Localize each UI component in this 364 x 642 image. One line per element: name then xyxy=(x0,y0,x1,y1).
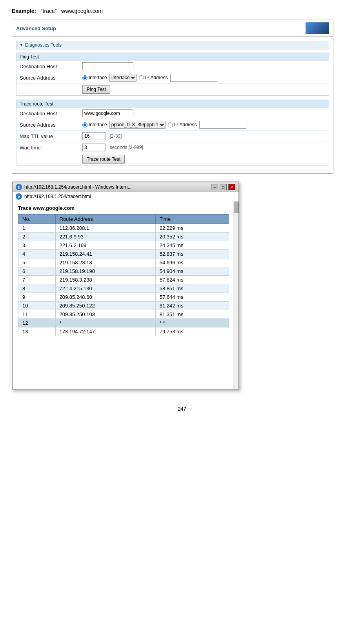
advanced-setup-panel: Advanced Setup Diagnostics Tools Ping Te… xyxy=(12,20,333,174)
trace-button-empty xyxy=(16,153,79,166)
trace-cell-time: 58.851 ms xyxy=(155,284,229,293)
ping-button-cell-empty xyxy=(16,84,79,96)
ping-ip-input[interactable] xyxy=(170,74,217,82)
trace-button-cell: Trace route Test xyxy=(79,153,329,166)
minimize-button[interactable]: – xyxy=(211,184,218,190)
trace-cell-time: 57.644 ms xyxy=(155,293,229,302)
trace-cell-time: 22.229 ms xyxy=(155,224,229,233)
trace-table-row: 10209.85.250.12281.242 ms xyxy=(18,302,229,310)
ping-test-section: Ping Test Destination Host Source Addres… xyxy=(16,53,329,96)
ping-test-button[interactable]: Ping Test xyxy=(82,85,110,94)
trace-table-row: 9209.85.248.6057.644 ms xyxy=(18,293,229,302)
trace-ttl-hint: [2-30] xyxy=(110,133,122,139)
ping-destination-cell xyxy=(79,61,329,72)
trace-ttl-label: Max TTL value xyxy=(16,131,79,142)
col-time: Time xyxy=(155,215,229,224)
trace-cell-address: * xyxy=(55,319,155,327)
trace-route-button[interactable]: Trace route Test xyxy=(82,155,125,164)
trace-waittime-cell: seconds [2-999] xyxy=(79,142,329,153)
trace-table-row: 3221.6.2.16924.345 ms xyxy=(18,241,229,250)
example-label: Example: xyxy=(12,8,36,14)
trace-cell-address: 219.158.23.18 xyxy=(55,258,155,267)
trace-waittime-input[interactable] xyxy=(82,144,106,151)
trace-cell-time: * * xyxy=(155,319,229,327)
ping-button-cell: Ping Test xyxy=(79,84,329,96)
trace-cell-address: 219.158.19.190 xyxy=(55,267,155,276)
ping-interface-select[interactable]: Interface xyxy=(109,74,136,82)
trace-button-row: Trace route Test xyxy=(16,153,329,166)
trace-cell-time: 81.351 ms xyxy=(155,310,229,319)
trace-table-header-row: No. Route Address Time xyxy=(18,215,229,224)
traceroute-section: Trace route Test Destination Host Source… xyxy=(16,100,329,166)
trace-content: Trace www.google.com No. Route Address T… xyxy=(13,201,238,340)
trace-source-label: Source Address xyxy=(16,119,79,131)
panel-header: Advanced Setup xyxy=(12,20,333,37)
trace-cell-no: 9 xyxy=(18,293,56,302)
panel-title: Advanced Setup xyxy=(16,25,56,31)
col-no: No. xyxy=(18,215,56,224)
trace-ttl-input[interactable] xyxy=(82,132,106,140)
col-route-address: Route Address xyxy=(55,215,155,224)
trace-cell-no: 6 xyxy=(18,267,56,276)
ping-source-radio-group: Interface Interface IP Address xyxy=(82,74,326,82)
trace-waittime-label: Wait time xyxy=(16,142,79,153)
trace-table-row: 11209.85.250.10381.351 ms xyxy=(18,310,229,319)
trace-table-row: 1112.86.208.122.229 ms xyxy=(18,224,229,233)
ping-destination-input[interactable] xyxy=(82,62,133,70)
browser-ie-icon: e xyxy=(16,184,22,190)
trace-cell-no: 10 xyxy=(18,302,56,310)
trace-cell-time: 24.345 ms xyxy=(155,241,229,250)
trace-cell-no: 7 xyxy=(18,276,56,284)
close-button[interactable]: × xyxy=(228,184,235,190)
trace-cell-no: 13 xyxy=(18,327,56,336)
trace-waittime-hint: seconds [2-999] xyxy=(110,145,143,150)
trace-cell-no: 4 xyxy=(18,250,56,258)
ping-interface-radio-label[interactable]: Interface xyxy=(82,75,107,80)
ping-ip-radio-label[interactable]: IP Address xyxy=(139,75,168,80)
trace-cell-no: 5 xyxy=(18,258,56,267)
trace-cell-no: 1 xyxy=(18,224,56,233)
trace-table-row: 4219.158.24.4152.837 ms xyxy=(18,250,229,258)
trace-destination-input[interactable] xyxy=(82,109,133,117)
example-trace-quote: “trace” xyxy=(41,8,56,14)
browser-address-icon: e xyxy=(16,193,22,200)
trace-cell-address: 209.85.248.60 xyxy=(55,293,155,302)
ping-ip-radio[interactable] xyxy=(139,75,144,80)
trace-ttl-cell: [2-30] xyxy=(79,131,329,142)
browser-addressbar: e http://192.168.1.254/tracert.html xyxy=(13,192,238,201)
traceroute-form-table: Destination Host Source Address Interfac… xyxy=(16,108,329,165)
example-url: www.google.com xyxy=(61,8,103,14)
trace-table-row: 6219.158.19.19054.904 ms xyxy=(18,267,229,276)
browser-scrollbar[interactable] xyxy=(233,201,238,389)
trace-waittime-row: Wait time seconds [2-999] xyxy=(16,142,329,153)
trace-ip-radio[interactable] xyxy=(168,122,173,127)
browser-window-controls: – □ × xyxy=(211,184,235,190)
trace-table-row: 2221.6.9.9320.352 ms xyxy=(18,233,229,241)
trace-cell-no: 11 xyxy=(18,310,56,319)
panel-icon xyxy=(306,22,329,34)
trace-cell-time: 81.242 ms xyxy=(155,302,229,310)
trace-interface-select[interactable]: pppoe_0_8_35/ppp0.1 xyxy=(109,121,166,129)
trace-result-header: Trace www.google.com xyxy=(18,205,229,211)
trace-cell-address: 112.86.208.1 xyxy=(55,224,155,233)
ping-test-title: Ping Test xyxy=(16,53,329,61)
trace-interface-radio-label[interactable]: Interface xyxy=(82,122,107,127)
trace-cell-address: 221.6.2.169 xyxy=(55,241,155,250)
ping-interface-radio[interactable] xyxy=(82,75,87,80)
restore-button[interactable]: □ xyxy=(220,184,227,190)
scrollbar-thumb[interactable] xyxy=(234,202,238,213)
trace-interface-radio[interactable] xyxy=(82,122,87,127)
trace-ip-radio-label[interactable]: IP Address xyxy=(168,122,197,127)
trace-cell-time: 54.904 ms xyxy=(155,267,229,276)
ping-source-label: Source Address xyxy=(16,72,79,84)
trace-destination-label: Destination Host xyxy=(16,108,79,119)
trace-table-row: 12** * xyxy=(18,319,229,327)
panel-body: Diagnostics Tools Ping Test Destination … xyxy=(12,37,333,173)
trace-source-row: Source Address Interface pppoe_0_8_35/pp… xyxy=(16,119,329,131)
trace-ip-input[interactable] xyxy=(199,121,246,129)
trace-cell-time: 57.824 ms xyxy=(155,276,229,284)
trace-cell-time: 79.753 ms xyxy=(155,327,229,336)
trace-destination-row: Destination Host xyxy=(16,108,329,119)
trace-cell-time: 52.837 ms xyxy=(155,250,229,258)
trace-cell-time: 54.696 ms xyxy=(155,258,229,267)
